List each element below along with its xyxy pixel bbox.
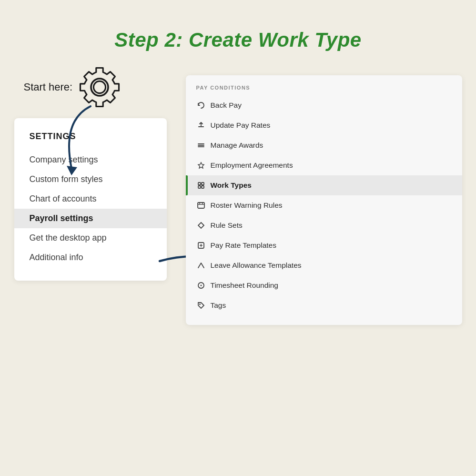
leave-allowance-templates-label: Leave Allowance Templates: [211, 261, 302, 270]
tags-label: Tags: [211, 301, 226, 310]
svg-marker-4: [198, 162, 204, 168]
manage-awards-label: Manage Awards: [211, 141, 263, 150]
menu-item-roster-warning-rules[interactable]: Roster Warning Rules: [186, 195, 462, 215]
sidebar-item-additional-info[interactable]: Additional info: [30, 248, 152, 267]
right-panel: PAY CONDITIONS Back Pay Update Pay Rates: [186, 75, 462, 325]
leave-allowance-templates-icon: [196, 261, 206, 270]
menu-item-employment-agreements[interactable]: Employment Agreements: [186, 155, 462, 175]
back-pay-label: Back Pay: [211, 101, 242, 110]
svg-rect-6: [202, 182, 204, 185]
content-area: Start here: SET: [14, 66, 462, 325]
page-title: Step 2: Create Work Type: [114, 29, 361, 51]
menu-item-timesheet-rounding[interactable]: Timesheet Rounding: [186, 275, 462, 295]
employment-agreements-label: Employment Agreements: [211, 161, 293, 170]
work-types-label: Work Types: [211, 181, 252, 190]
down-arrow-icon: [52, 101, 110, 178]
manage-awards-icon: [196, 141, 206, 150]
svg-rect-5: [198, 182, 201, 185]
menu-item-leave-allowance-templates[interactable]: Leave Allowance Templates: [186, 255, 462, 275]
menu-item-pay-rate-templates[interactable]: Pay Rate Templates: [186, 235, 462, 255]
sidebar-item-chart-of-accounts[interactable]: Chart of accounts: [30, 189, 152, 209]
pay-rate-templates-icon: [196, 241, 206, 250]
employment-agreements-icon: [196, 161, 206, 170]
update-pay-rates-label: Update Pay Rates: [211, 121, 271, 130]
update-pay-rates-icon: [196, 121, 206, 130]
svg-point-17: [200, 284, 202, 286]
start-here-label: Start here:: [24, 81, 73, 93]
left-section: Start here: SET: [14, 66, 167, 281]
menu-item-manage-awards[interactable]: Manage Awards: [186, 135, 462, 155]
back-pay-icon: [196, 101, 206, 110]
svg-marker-1: [67, 166, 77, 175]
menu-item-work-types[interactable]: Work Types: [186, 175, 462, 195]
pay-conditions-label: PAY CONDITIONS: [186, 85, 462, 91]
work-types-icon: [196, 181, 206, 190]
tags-icon: [196, 301, 206, 310]
pay-rate-templates-label: Pay Rate Templates: [211, 241, 276, 250]
timesheet-rounding-icon: [196, 281, 206, 290]
sidebar-item-payroll-settings[interactable]: Payroll settings: [14, 209, 167, 228]
roster-warning-rules-label: Roster Warning Rules: [211, 201, 283, 210]
sidebar-item-get-desktop-app[interactable]: Get the desktop app: [30, 228, 152, 248]
menu-item-tags[interactable]: Tags: [186, 295, 462, 315]
svg-rect-9: [198, 203, 204, 208]
menu-item-rule-sets[interactable]: Rule Sets: [186, 215, 462, 235]
svg-rect-8: [202, 186, 204, 188]
menu-item-update-pay-rates[interactable]: Update Pay Rates: [186, 115, 462, 135]
rule-sets-label: Rule Sets: [211, 221, 243, 230]
main-container: Step 2: Create Work Type Start here:: [14, 24, 462, 453]
rule-sets-icon: [196, 221, 206, 230]
svg-rect-3: [198, 126, 204, 127]
roster-warning-rules-icon: [196, 201, 206, 210]
menu-item-back-pay[interactable]: Back Pay: [186, 95, 462, 115]
timesheet-rounding-label: Timesheet Rounding: [211, 281, 278, 290]
svg-rect-7: [198, 186, 201, 188]
svg-point-0: [94, 81, 106, 93]
svg-point-18: [199, 304, 201, 305]
